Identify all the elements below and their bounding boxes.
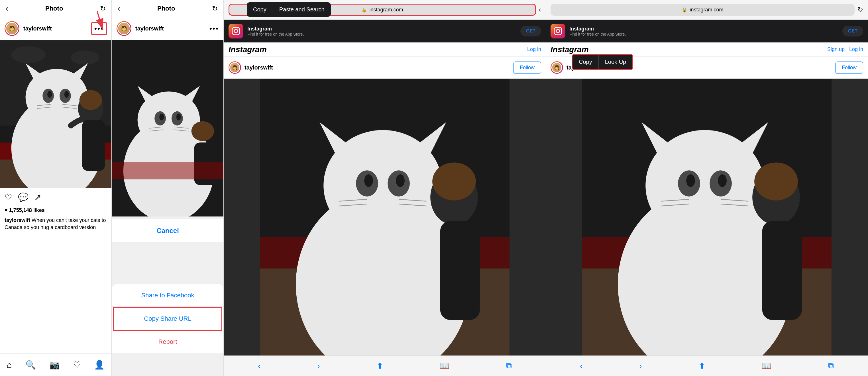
likes-count: ♥ 1,755,148 likes: [5, 207, 45, 213]
panel2-avatar-face: 👩: [118, 23, 130, 34]
nav-home[interactable]: ⌂: [6, 360, 12, 370]
panel3-avatar: 👩: [228, 61, 241, 74]
panel2-refresh-icon[interactable]: ↻: [212, 5, 218, 12]
panel3-ig-banner: Instagram Find it for free on the App St…: [224, 20, 546, 42]
panel1-post-image: [0, 40, 112, 188]
panel4-avatar: 👩: [551, 61, 563, 74]
panel1-bottom-nav: ⌂ 🔍 📷 ♡ 👤: [0, 353, 112, 376]
nav-camera[interactable]: 📷: [49, 360, 60, 370]
cat-photo: [0, 40, 112, 188]
panel4-follow-button[interactable]: Follow: [835, 62, 863, 74]
svg-point-40: [234, 29, 238, 33]
share-button[interactable]: ↗: [34, 192, 41, 202]
panel3-share-nav[interactable]: ⬆: [376, 361, 383, 371]
share-cancel-button[interactable]: Cancel: [112, 219, 223, 242]
panel4-avatar-img: 👩: [551, 62, 562, 73]
copy-paste-popup: Copy Paste and Search: [247, 2, 331, 17]
svg-line-1: [97, 11, 103, 30]
panel4-ig-banner: Instagram Find it for free on the App St…: [546, 20, 868, 42]
svg-point-62: [559, 29, 560, 30]
panel3-browser-chrome: 🔒 instagram.com ‹ Copy Paste and Search: [224, 0, 546, 20]
panel4-login-link[interactable]: Log in: [849, 46, 863, 53]
nav-profile[interactable]: 👤: [94, 360, 104, 370]
copy-lookup-popup: Copy Look Up: [571, 54, 633, 70]
avatar-face: 👩: [6, 23, 18, 34]
panel4-browser-chrome: 🔒 instagram.com ↻: [546, 0, 868, 20]
svg-point-37: [191, 121, 214, 141]
panel4-bookmark-nav[interactable]: 📖: [762, 361, 771, 371]
avatar-image: 👩: [5, 22, 19, 35]
svg-point-51: [364, 174, 373, 187]
back-button[interactable]: ‹: [6, 4, 8, 13]
panel2-top: ‹ Photo ↻ 👩 taylorswift •••: [112, 0, 223, 217]
panel4-address-bar[interactable]: 🔒 instagram.com: [551, 4, 855, 15]
panel2-three-dots[interactable]: •••: [210, 24, 219, 33]
panel3-follow-button[interactable]: Follow: [513, 62, 541, 74]
panel3-bookmark-nav[interactable]: 📖: [439, 361, 450, 371]
svg-point-4: [11, 46, 45, 63]
panel3-login-link[interactable]: Log in: [527, 46, 541, 53]
panel1-post-actions: ♡ 💬 ↗: [0, 188, 112, 206]
nav-search[interactable]: 🔍: [25, 360, 36, 370]
svg-point-41: [237, 29, 239, 30]
svg-point-58: [432, 162, 476, 200]
panel2-back-button[interactable]: ‹: [118, 4, 120, 13]
paste-search-popup-button[interactable]: Paste and Search: [273, 2, 331, 17]
panel3-toolbar: 🔒 instagram.com ‹ Copy Paste and Search: [224, 0, 546, 19]
svg-rect-39: [232, 27, 240, 35]
panel2-cat-photo: [112, 40, 223, 217]
like-button[interactable]: ♡: [5, 192, 12, 202]
panel4-refresh[interactable]: ↻: [858, 6, 863, 14]
panel4-ig-banner-text: Instagram Find it for free on the App St…: [569, 26, 838, 36]
panel4-tabs-nav[interactable]: ⧉: [828, 361, 834, 371]
panel4-ig-banner-icon: [551, 24, 565, 38]
panel4-back-nav[interactable]: ‹: [580, 362, 583, 371]
panel3-forward-nav[interactable]: ›: [317, 362, 320, 371]
panel3-back-nav[interactable]: ‹: [258, 362, 260, 371]
svg-point-30: [159, 114, 164, 121]
comment-button[interactable]: 💬: [18, 192, 29, 202]
svg-point-61: [556, 29, 560, 33]
panel4-address: instagram.com: [690, 7, 723, 13]
svg-rect-59: [440, 221, 480, 320]
panel4-post-image: [546, 79, 868, 355]
panel4-cat-photo: [546, 79, 868, 355]
panel4-get-button[interactable]: GET: [842, 26, 863, 36]
panel4-signup-link[interactable]: Sign up: [827, 46, 845, 53]
report-option[interactable]: Report: [112, 331, 223, 353]
panel3-ig-logo: Instagram: [228, 45, 267, 54]
copy-share-url-option[interactable]: Copy Share URL: [113, 307, 222, 331]
panel2-username[interactable]: taylorswift: [135, 25, 164, 32]
panel3-refresh[interactable]: ‹: [539, 6, 541, 14]
panel3-username[interactable]: taylorswift: [245, 64, 273, 71]
panel3-get-button[interactable]: GET: [520, 26, 541, 36]
panel4-bottom-nav: ‹ › ⬆ 📖 ⧉: [546, 355, 868, 376]
panel3-ig-sub: Find it for free on the App Store.: [247, 32, 516, 36]
panel4-ig-logo: Instagram: [551, 45, 589, 54]
lookup-button-popup[interactable]: Look Up: [599, 55, 632, 69]
panel1-username[interactable]: taylorswift: [23, 25, 52, 32]
panel-2-share-sheet: ‹ Photo ↻ 👩 taylorswift •••: [112, 0, 224, 376]
panel1-likes: ♥ 1,755,148 likes: [0, 206, 112, 216]
panel3-tabs-nav[interactable]: ⧉: [506, 361, 512, 371]
svg-point-31: [176, 114, 181, 121]
svg-rect-22: [82, 120, 105, 171]
avatar: 👩: [5, 21, 20, 36]
panel3-address: instagram.com: [369, 7, 403, 13]
copy-popup-button[interactable]: Copy: [247, 2, 273, 17]
svg-rect-38: [112, 162, 223, 180]
svg-point-21: [80, 90, 102, 110]
panel3-avatar-face: 👩: [230, 63, 239, 72]
panel4-lock-icon: 🔒: [682, 7, 687, 12]
nav-heart[interactable]: ♡: [73, 360, 81, 370]
lock-icon: 🔒: [361, 7, 367, 12]
panel4-share-nav[interactable]: ⬆: [699, 361, 705, 371]
panel2-avatar: 👩: [117, 21, 131, 36]
panel4-forward-nav[interactable]: ›: [639, 362, 642, 371]
svg-rect-60: [554, 27, 562, 35]
copy-button-popup[interactable]: Copy: [572, 55, 599, 69]
caption-username[interactable]: taylorswift: [5, 217, 30, 223]
svg-point-72: [686, 174, 695, 187]
panel2-post-image: [112, 40, 223, 217]
share-facebook-option[interactable]: Share to Facebook: [112, 284, 223, 307]
